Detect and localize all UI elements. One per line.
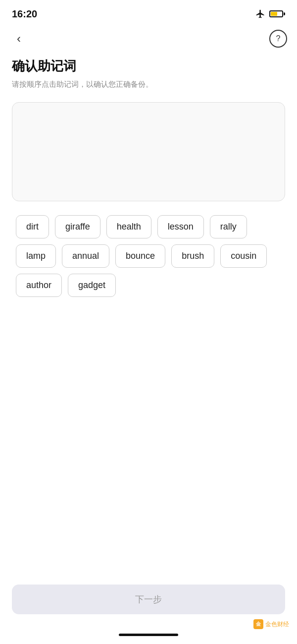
back-chevron-icon: ‹ xyxy=(17,32,21,46)
help-button[interactable]: ? xyxy=(269,30,287,48)
home-indicator xyxy=(119,634,178,636)
word-chip-cousin[interactable]: cousin xyxy=(220,244,267,268)
battery-fill xyxy=(271,12,277,16)
word-chip-health[interactable]: health xyxy=(106,215,151,238)
word-chip-author[interactable]: author xyxy=(16,274,62,297)
next-button[interactable]: 下一步 xyxy=(12,585,285,614)
watermark: 金 金色财经 xyxy=(253,619,289,629)
nav-bar: ‹ ? xyxy=(0,26,297,52)
word-chip-gadget[interactable]: gadget xyxy=(68,274,116,297)
battery-tip xyxy=(284,12,285,15)
page-content: 确认助记词 请按顺序点击助记词，以确认您正确备份。 dirtgiraffehea… xyxy=(0,52,297,325)
page-title: 确认助记词 xyxy=(12,58,285,75)
help-label: ? xyxy=(276,34,281,43)
next-button-container: 下一步 xyxy=(12,585,285,614)
words-section: dirtgiraffehealthlessonrallylampannualbo… xyxy=(12,215,285,297)
status-time: 16:20 xyxy=(12,8,37,20)
word-chip-giraffe[interactable]: giraffe xyxy=(55,215,100,238)
back-button[interactable]: ‹ xyxy=(10,30,28,48)
word-chip-lesson[interactable]: lesson xyxy=(157,215,204,238)
word-chip-annual[interactable]: annual xyxy=(62,244,109,268)
word-chip-lamp[interactable]: lamp xyxy=(16,244,56,268)
word-chip-dirt[interactable]: dirt xyxy=(16,215,49,238)
word-chip-rally[interactable]: rally xyxy=(210,215,247,238)
phrase-input-area xyxy=(12,102,285,201)
airplane-icon xyxy=(255,9,265,19)
status-icons xyxy=(255,9,285,19)
watermark-text: 金色财经 xyxy=(265,620,289,629)
page-subtitle: 请按顺序点击助记词，以确认您正确备份。 xyxy=(12,79,285,90)
word-chip-brush[interactable]: brush xyxy=(171,244,214,268)
watermark-logo: 金 xyxy=(253,619,263,629)
battery-icon xyxy=(269,10,285,17)
word-chip-bounce[interactable]: bounce xyxy=(115,244,165,268)
status-bar: 16:20 xyxy=(0,0,297,26)
